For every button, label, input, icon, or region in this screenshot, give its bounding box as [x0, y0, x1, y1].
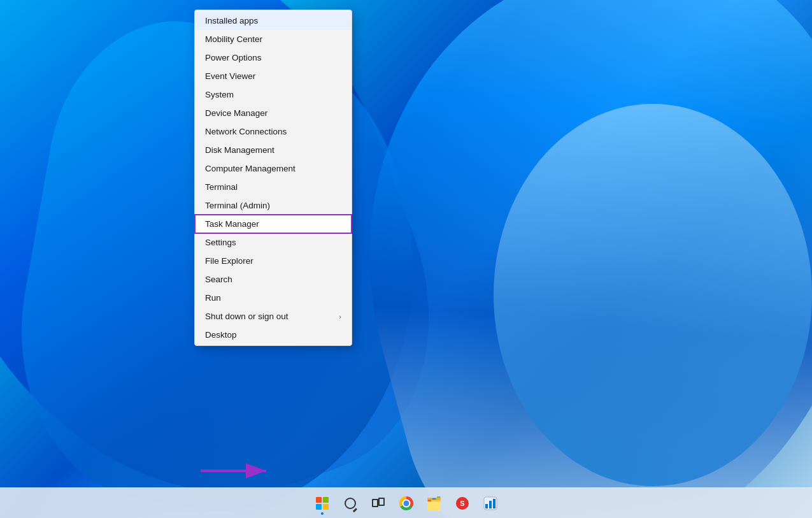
chart-app-icon [483, 496, 497, 510]
app-icon-red[interactable]: S [450, 491, 475, 516]
menu-item-device-manager[interactable]: Device Manager [195, 104, 352, 122]
menu-item-terminal-admin[interactable]: Terminal (Admin) [195, 196, 352, 215]
submenu-arrow-icon: › [339, 313, 341, 320]
chrome-icon [399, 496, 413, 510]
windows-logo-icon [316, 497, 329, 510]
menu-item-run[interactable]: Run [195, 289, 352, 307]
menu-item-power-options[interactable]: Power Options [195, 48, 352, 67]
arrow-annotation [197, 461, 274, 481]
menu-item-task-manager[interactable]: Task Manager [195, 215, 352, 233]
desktop: Installed apps Mobility Center Power Opt… [0, 0, 812, 518]
chrome-button[interactable] [394, 491, 419, 516]
menu-item-shut-down[interactable]: Shut down or sign out › [195, 307, 352, 326]
taskview-icon [372, 498, 385, 509]
menu-item-desktop[interactable]: Desktop [195, 326, 352, 344]
start-button[interactable] [310, 491, 335, 516]
task-view-button[interactable] [366, 491, 391, 516]
svg-rect-5 [485, 504, 488, 508]
menu-item-terminal[interactable]: Terminal [195, 178, 352, 196]
svg-text:S: S [460, 500, 464, 507]
arrow-icon [197, 461, 274, 481]
menu-item-computer-management[interactable]: Computer Management [195, 159, 352, 178]
menu-item-search[interactable]: Search [195, 270, 352, 289]
context-menu: Installed apps Mobility Center Power Opt… [194, 10, 352, 346]
taskbar: 🗂️ S [0, 487, 812, 518]
menu-item-installed-apps[interactable]: Installed apps [195, 11, 352, 30]
menu-item-event-viewer[interactable]: Event Viewer [195, 67, 352, 85]
menu-item-file-explorer[interactable]: File Explorer [195, 252, 352, 270]
file-explorer-button[interactable]: 🗂️ [422, 491, 447, 516]
wallpaper-swirls [0, 0, 812, 518]
folder-icon: 🗂️ [426, 496, 442, 511]
active-dot [321, 512, 324, 515]
svg-rect-7 [493, 499, 495, 508]
menu-item-mobility-center[interactable]: Mobility Center [195, 30, 352, 48]
red-app-icon: S [455, 496, 469, 510]
app-icon-chart[interactable] [478, 491, 503, 516]
menu-item-system[interactable]: System [195, 85, 352, 104]
svg-rect-6 [489, 501, 492, 508]
menu-item-network-connections[interactable]: Network Connections [195, 122, 352, 141]
menu-item-settings[interactable]: Settings [195, 233, 352, 252]
search-button[interactable] [338, 491, 363, 516]
search-icon [345, 498, 356, 509]
menu-item-disk-management[interactable]: Disk Management [195, 141, 352, 159]
